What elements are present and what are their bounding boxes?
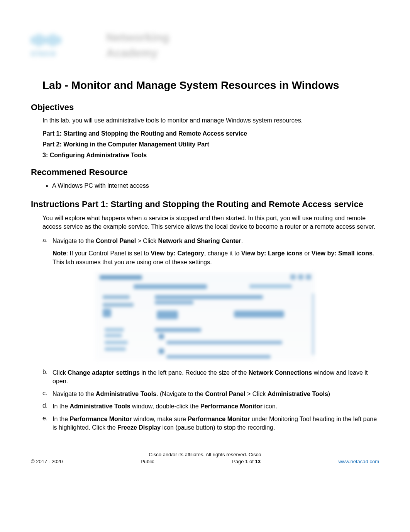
step-c: c. Navigate to the Administrative Tools.… <box>42 390 379 398</box>
footer-copyright: © 2017 - 2020 <box>31 459 63 464</box>
footer-link[interactable]: www.netacad.com <box>338 459 379 464</box>
page-title: Lab - Monitor and Manage System Resource… <box>42 79 379 92</box>
logo-text-academy: Academy <box>106 46 158 59</box>
step-b: b. Click Change adapter settings in the … <box>42 369 379 386</box>
logo-cisco-text: cisco <box>31 48 56 58</box>
logo-text-networking: Networking <box>106 31 169 44</box>
step-letter: d. <box>42 402 53 411</box>
instructions-intro: You will explore what happens when a ser… <box>42 214 379 231</box>
step-a-text: Navigate to the Control Panel > Click Ne… <box>53 237 379 245</box>
page-footer: Cisco and/or its affiliates. All rights … <box>31 452 379 464</box>
objectives-intro: In this lab, you will use administrative… <box>42 116 379 125</box>
footer-rights: Cisco and/or its affiliates. All rights … <box>31 452 379 457</box>
step-c-text: Navigate to the Administrative Tools. (N… <box>53 390 379 398</box>
step-letter: e. <box>42 415 53 432</box>
instructions-heading: Instructions Part 1: Starting and Stoppi… <box>31 199 379 210</box>
recommended-heading: Recommened Resource <box>31 167 379 177</box>
step-b-text: Click Change adapter settings in the lef… <box>53 369 379 386</box>
step-d-text: In the Administrative Tools window, doub… <box>53 402 379 411</box>
step-e-text: In the Performance Monitor window, make … <box>53 415 379 432</box>
step-a: a. Navigate to the Control Panel > Click… <box>42 237 379 245</box>
footer-classification: Public <box>141 459 154 464</box>
objectives-part1: Part 1: Starting and Stopping the Routin… <box>42 130 379 137</box>
footer-page-number: Page 1 of 13 <box>232 459 261 464</box>
logo: Networking Academy cisco <box>31 29 151 68</box>
objectives-part2: Part 2: Working in the Computer Manageme… <box>42 141 379 148</box>
recommended-list: A Windows PC with internet access <box>52 181 379 190</box>
objectives-part3: 3: Configuring Administrative Tools <box>42 152 379 159</box>
step-e: e. In the Performance Monitor window, ma… <box>42 415 379 432</box>
objectives-heading: Objectives <box>31 102 379 112</box>
step-letter: b. <box>42 369 53 386</box>
recommended-item: A Windows PC with internet access <box>52 181 379 190</box>
step-letter: a. <box>42 237 53 245</box>
screenshot-network-sharing-center <box>95 272 315 361</box>
note-block: Note: If your Control Panel is set to Vi… <box>53 249 379 267</box>
step-letter: c. <box>42 390 53 398</box>
step-d: d. In the Administrative Tools window, d… <box>42 402 379 411</box>
